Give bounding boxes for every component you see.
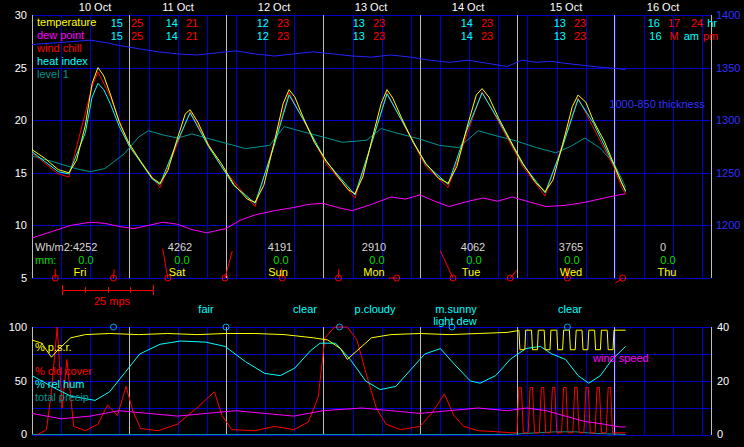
minmax-ampm: 1323 bbox=[353, 30, 386, 42]
max-value: 23 bbox=[373, 17, 385, 29]
minmax-ampm: 1525 bbox=[111, 30, 144, 42]
axis-top-left-20: 20 bbox=[15, 114, 27, 126]
minmax-24hr: 1421 bbox=[166, 17, 199, 29]
max-value: 25 bbox=[131, 17, 143, 29]
axis-top-right-1400: 1400 bbox=[716, 9, 740, 21]
precip-value: 0.0 bbox=[78, 254, 93, 266]
day-name: Thu bbox=[658, 266, 677, 278]
precip-value: 0.0 bbox=[174, 254, 189, 266]
legend-wind-speed: wind speed bbox=[593, 352, 649, 364]
meteogram-chart bbox=[0, 0, 744, 447]
date-label: 14 Oct bbox=[452, 1, 484, 13]
precip-value: 0.0 bbox=[466, 254, 481, 266]
wxsim-meteogram-screen: temperature dew point wind chill heat in… bbox=[0, 0, 744, 447]
min-value: 16 bbox=[648, 17, 660, 29]
axis-top-left-15: 15 bbox=[15, 167, 27, 179]
condition-label: clear bbox=[293, 303, 317, 315]
wind-direction-vane bbox=[113, 269, 114, 278]
axis-bottom-right-20: 20 bbox=[717, 375, 729, 387]
minmax-ampm: 1223 bbox=[257, 30, 290, 42]
minmax-24hr: 1323 bbox=[353, 17, 386, 29]
minmax-24hr: 1617 bbox=[648, 17, 681, 29]
day-name: Mon bbox=[363, 266, 384, 278]
axis-bottom-left-0: 0 bbox=[21, 428, 27, 440]
series-wind-speed bbox=[32, 408, 626, 427]
unit-am: am bbox=[684, 30, 699, 42]
max-value: 25 bbox=[131, 30, 143, 42]
minmax-24hr: 1223 bbox=[257, 17, 290, 29]
min-value: 16 bbox=[649, 30, 661, 42]
day-name: Tue bbox=[462, 266, 481, 278]
axis-top-right-1300: 1300 bbox=[716, 114, 740, 126]
axis-bottom-left-100: 100 bbox=[9, 321, 27, 333]
date-label: 13 Oct bbox=[355, 1, 387, 13]
min-value: 14 bbox=[461, 17, 473, 29]
day-name: Sun bbox=[268, 266, 288, 278]
axis-bottom-right-40: 40 bbox=[717, 321, 729, 333]
condition-label: p.cloudy bbox=[355, 303, 396, 315]
precip-value: 0.0 bbox=[273, 254, 288, 266]
axis-bottom-left-50: 50 bbox=[15, 375, 27, 387]
date-label: 12 Oct bbox=[258, 1, 290, 13]
precip-row-label: mm: bbox=[35, 254, 56, 266]
min-value: 14 bbox=[166, 30, 178, 42]
day-name: Fri bbox=[74, 266, 87, 278]
min-value: 13 bbox=[353, 17, 365, 29]
wind-direction-vane bbox=[440, 251, 453, 278]
legend-temperature: temperature bbox=[37, 16, 96, 28]
minmax-24hr: 1525 bbox=[111, 17, 144, 29]
min-value: 12 bbox=[257, 30, 269, 42]
max-value: 23 bbox=[481, 30, 493, 42]
minmax-24hr: 1323 bbox=[554, 17, 587, 29]
legend-dew-point: dew point bbox=[37, 29, 84, 41]
max-value: 17 bbox=[668, 17, 680, 29]
date-label: 11 Oct bbox=[162, 1, 194, 13]
unit-24: 24 bbox=[691, 17, 703, 29]
max-value: 23 bbox=[277, 30, 289, 42]
min-value: 12 bbox=[257, 17, 269, 29]
units-24hr: 24 hr bbox=[691, 17, 717, 29]
axis-top-left-10: 10 bbox=[15, 219, 27, 231]
minmax-ampm: 1421 bbox=[166, 30, 199, 42]
legend-heat-index: heat index bbox=[37, 55, 88, 67]
solar-energy-value: Wh/m2:4252 bbox=[35, 241, 97, 253]
series-1000-850-thickness bbox=[32, 40, 626, 69]
max-value: 21 bbox=[186, 17, 198, 29]
max-value: 23 bbox=[373, 30, 385, 42]
min-value: 14 bbox=[166, 17, 178, 29]
series--p-s-r- bbox=[32, 330, 626, 359]
axis-top-left-30: 30 bbox=[15, 9, 27, 21]
axis-top-right-1350: 1350 bbox=[716, 62, 740, 74]
axis-top-right-1250: 1250 bbox=[716, 167, 740, 179]
max-value: 21 bbox=[186, 30, 198, 42]
axis-top-left-25: 25 bbox=[15, 62, 27, 74]
precip-value: 0.0 bbox=[369, 254, 384, 266]
solar-energy-value: 2910 bbox=[362, 241, 386, 253]
max-value: 23 bbox=[481, 17, 493, 29]
max-value: M bbox=[670, 30, 679, 42]
condition-label: m.sunny bbox=[435, 303, 477, 315]
legend-rel-hum: % rel hum bbox=[35, 378, 85, 390]
wind-scale-label: 25 mps bbox=[94, 295, 130, 307]
max-value: 23 bbox=[574, 30, 586, 42]
unit-pm: pm bbox=[703, 30, 718, 42]
legend-level-1: level 1 bbox=[37, 68, 69, 80]
units-ampm: am pm bbox=[684, 30, 719, 42]
solar-energy-value: 4191 bbox=[268, 241, 292, 253]
legend-psr: % p.s.r. bbox=[35, 341, 72, 353]
minmax-24hr: 1423 bbox=[461, 17, 494, 29]
min-value: 15 bbox=[111, 30, 123, 42]
date-label: 10 Oct bbox=[79, 1, 111, 13]
series-dew-point bbox=[32, 194, 626, 238]
date-label: 15 Oct bbox=[550, 1, 582, 13]
day-name: Sat bbox=[169, 266, 186, 278]
solar-energy-value: 4062 bbox=[461, 241, 485, 253]
min-value: 13 bbox=[353, 30, 365, 42]
solar-energy-value: 3765 bbox=[559, 241, 583, 253]
axis-top-right-1200: 1200 bbox=[716, 219, 740, 231]
max-value: 23 bbox=[574, 17, 586, 29]
legend-total-precip: total precip bbox=[35, 391, 89, 403]
min-value: 14 bbox=[461, 30, 473, 42]
min-value: 13 bbox=[554, 30, 566, 42]
legend-cloud-cover: % cld cover bbox=[35, 365, 92, 377]
